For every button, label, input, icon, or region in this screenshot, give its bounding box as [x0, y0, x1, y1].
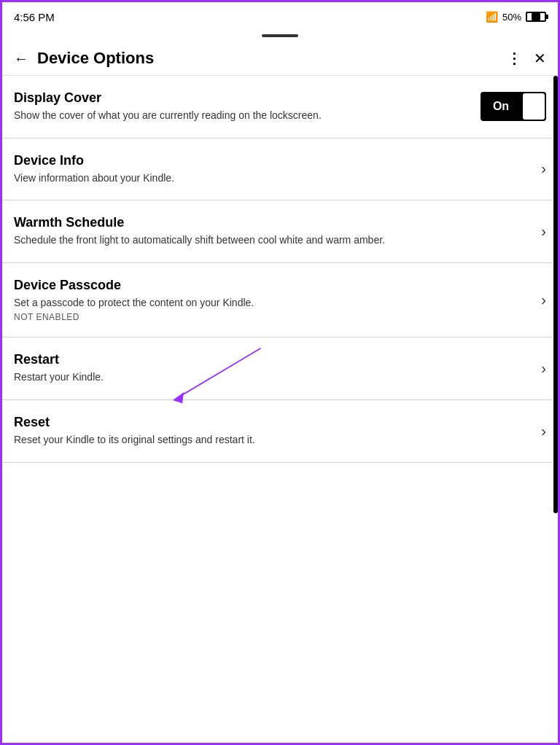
device-passcode-chevron: ›: [541, 292, 546, 308]
reset-item[interactable]: Reset Reset your Kindle to its original …: [2, 400, 558, 463]
battery-fill: [532, 13, 540, 20]
display-cover-item[interactable]: Display Cover Show the cover of what you…: [2, 76, 558, 139]
warmth-schedule-title: Warmth Schedule: [14, 215, 541, 230]
restart-title: Restart: [14, 352, 541, 367]
restart-item[interactable]: Restart Restart your Kindle. ›: [2, 338, 558, 400]
warmth-schedule-chevron: ›: [541, 223, 546, 240]
restart-desc: Restart your Kindle.: [14, 370, 541, 385]
toggle-on-label: On: [481, 94, 521, 119]
status-icons: 📶 50%: [486, 11, 546, 23]
back-button[interactable]: ←: [14, 50, 28, 67]
warmth-schedule-item[interactable]: Warmth Schedule Schedule the front light…: [2, 200, 558, 263]
display-cover-title: Display Cover: [14, 90, 481, 106]
close-button[interactable]: ✕: [534, 50, 546, 67]
device-passcode-title: Device Passcode: [14, 278, 541, 293]
settings-content: Display Cover Show the cover of what you…: [2, 76, 558, 463]
swipe-bar: [262, 34, 298, 37]
reset-chevron: ›: [541, 423, 546, 440]
wifi-icon: 📶: [486, 11, 498, 23]
device-info-content: Device Info View information about your …: [14, 153, 541, 186]
device-info-title: Device Info: [14, 153, 541, 168]
device-passcode-item[interactable]: Device Passcode Set a passcode to protec…: [2, 263, 558, 338]
device-passcode-status: NOT ENABLED: [14, 312, 541, 322]
restart-chevron: ›: [541, 360, 546, 377]
battery-percentage: 50%: [502, 12, 521, 23]
device-info-item[interactable]: Device Info View information about your …: [2, 139, 558, 201]
swipe-indicator: [2, 31, 558, 42]
warmth-schedule-desc: Schedule the front light to automaticall…: [14, 233, 541, 248]
status-bar: 4:56 PM 📶 50%: [2, 2, 558, 31]
page-title: Device Options: [37, 49, 507, 68]
nav-actions: ⋮ ✕: [507, 50, 546, 67]
device-passcode-desc: Set a passcode to protect the content on…: [14, 296, 541, 311]
display-cover-toggle[interactable]: On: [481, 92, 546, 121]
display-cover-desc: Show the cover of what you are currently…: [14, 109, 481, 123]
device-info-desc: View information about your Kindle.: [14, 171, 541, 186]
restart-content: Restart Restart your Kindle.: [14, 352, 541, 385]
display-cover-content: Display Cover Show the cover of what you…: [14, 90, 481, 123]
nav-header: ← Device Options ⋮ ✕: [2, 42, 558, 76]
status-time: 4:56 PM: [14, 11, 55, 23]
toggle-thumb: [523, 93, 545, 120]
warmth-schedule-content: Warmth Schedule Schedule the front light…: [14, 215, 541, 248]
reset-content: Reset Reset your Kindle to its original …: [14, 415, 541, 448]
device-info-chevron: ›: [541, 160, 546, 177]
reset-desc: Reset your Kindle to its original settin…: [14, 433, 541, 448]
battery-icon: [526, 12, 546, 22]
device-passcode-content: Device Passcode Set a passcode to protec…: [14, 278, 541, 323]
more-menu-button[interactable]: ⋮: [507, 50, 522, 67]
scrollbar[interactable]: [553, 76, 558, 513]
reset-title: Reset: [14, 415, 541, 430]
